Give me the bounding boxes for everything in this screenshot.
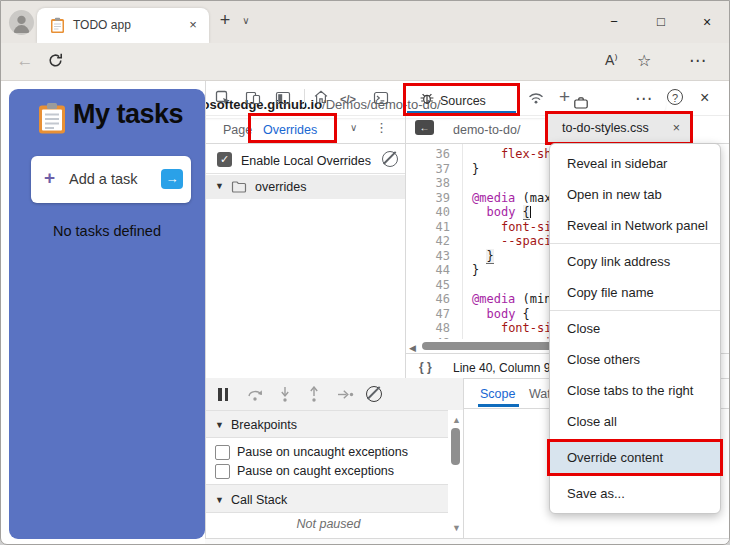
- read-aloud-icon[interactable]: A⁾: [605, 52, 618, 68]
- line-number[interactable]: 42: [406, 234, 463, 249]
- browser-toolbar: ← https://microsoftedge.github.io/Demos/…: [1, 43, 729, 81]
- person-icon: [9, 10, 34, 35]
- pause-uncaught-checkbox[interactable]: [215, 445, 230, 460]
- code-text: [463, 176, 472, 190]
- menu-item-close-all[interactable]: Close all: [550, 406, 720, 437]
- tree-expand-arrow-icon[interactable]: ▼: [215, 181, 224, 191]
- step-over-icon[interactable]: [247, 387, 264, 402]
- line-number[interactable]: 43: [406, 249, 463, 264]
- tab-close-button[interactable]: ×: [185, 17, 201, 32]
- add-task-button[interactable]: + Add a task →: [31, 156, 191, 203]
- devtools-close-button[interactable]: ×: [700, 89, 709, 107]
- menu-item-override-content[interactable]: Override content: [550, 442, 720, 473]
- call-stack-section-header[interactable]: ▼ Call Stack: [206, 484, 448, 513]
- step-icon[interactable]: [337, 389, 354, 400]
- nav-chevron-down-icon[interactable]: ∨: [350, 122, 357, 133]
- line-number[interactable]: 48: [406, 321, 463, 336]
- network-conditions-icon[interactable]: [528, 90, 544, 106]
- line-number[interactable]: 41: [406, 220, 463, 235]
- dock-panel-icon[interactable]: [275, 90, 291, 106]
- section-collapse-arrow-icon[interactable]: ▼: [215, 495, 224, 505]
- new-tab-button[interactable]: +: [215, 10, 235, 31]
- step-out-icon[interactable]: [308, 386, 320, 402]
- line-number[interactable]: 38: [406, 176, 463, 191]
- browser-window: TODO app × + ∨ − □ × ← https://microsoft…: [0, 0, 730, 545]
- vscroll-down-arrow-icon[interactable]: ▼: [452, 523, 461, 533]
- favorites-star-icon[interactable]: ☆: [637, 51, 651, 70]
- overrides-folder-row[interactable]: ▼ overrides: [206, 175, 405, 199]
- call-stack-label: Call Stack: [231, 493, 287, 507]
- console-panel-icon[interactable]: [373, 90, 389, 106]
- menu-item-copy-link-address[interactable]: Copy link address: [550, 246, 720, 277]
- tab-title: TODO app: [73, 18, 131, 32]
- more-tabs-button[interactable]: +: [559, 86, 570, 108]
- minimize-button[interactable]: −: [599, 11, 629, 33]
- clear-overrides-icon[interactable]: [382, 151, 398, 167]
- menu-item-close-tabs-to-the-right[interactable]: Close tabs to the right: [550, 375, 720, 406]
- line-number[interactable]: 39: [406, 191, 463, 206]
- tab-list-chevron-icon[interactable]: ∨: [239, 15, 253, 26]
- todo-favicon-icon: [50, 17, 65, 34]
- line-number[interactable]: 36: [406, 147, 463, 162]
- pause-script-icon[interactable]: [218, 387, 231, 405]
- hscroll-left-arrow-icon[interactable]: ◀: [409, 343, 416, 353]
- menu-item-close[interactable]: Close: [550, 313, 720, 344]
- back-button[interactable]: ←: [15, 51, 35, 71]
- section-collapse-arrow-icon[interactable]: ▼: [215, 420, 224, 430]
- submit-arrow-button[interactable]: →: [161, 169, 183, 189]
- pause-caught-label: Pause on caught exceptions: [237, 464, 394, 478]
- line-number[interactable]: 37: [406, 162, 463, 177]
- enable-overrides-label: Enable Local Overrides: [241, 154, 371, 168]
- todo-app-panel: My tasks + Add a task → No tasks defined: [9, 89, 205, 539]
- hide-navigator-icon[interactable]: ←: [415, 120, 434, 135]
- code-text: body {: [463, 307, 530, 321]
- menu-item-copy-file-name[interactable]: Copy file name: [550, 277, 720, 308]
- vscroll-up-arrow-icon[interactable]: ▲: [452, 415, 461, 425]
- menu-item-reveal-in-sidebar[interactable]: Reveal in sidebar: [550, 148, 720, 179]
- inspect-element-icon[interactable]: [215, 90, 231, 106]
- browser-essentials-icon[interactable]: [573, 95, 589, 111]
- window-close-button[interactable]: ×: [692, 11, 722, 33]
- step-into-icon[interactable]: [279, 386, 291, 402]
- line-number[interactable]: 45: [406, 278, 463, 293]
- settings-more-icon[interactable]: ⋯: [689, 50, 706, 71]
- profile-avatar[interactable]: [9, 10, 34, 35]
- plus-icon: +: [44, 167, 55, 189]
- text-caret: [530, 206, 532, 218]
- menu-item-open-in-new-tab[interactable]: Open in new tab: [550, 179, 720, 210]
- refresh-button[interactable]: [47, 52, 64, 69]
- pretty-print-braces-icon[interactable]: { }: [419, 360, 432, 374]
- enable-overrides-checkbox[interactable]: ✓: [217, 152, 232, 167]
- line-number[interactable]: 46: [406, 292, 463, 307]
- folder-icon: [231, 179, 247, 195]
- elements-panel-icon[interactable]: </>: [340, 93, 356, 105]
- devtools-more-options-icon[interactable]: ⋯: [635, 88, 652, 109]
- line-number[interactable]: 44: [406, 263, 463, 278]
- pause-uncaught-label: Pause on uncaught exceptions: [237, 445, 408, 459]
- device-emulation-icon[interactable]: [245, 90, 261, 106]
- deactivate-breakpoints-icon[interactable]: [366, 386, 382, 402]
- code-text: }: [463, 162, 479, 176]
- line-number[interactable]: 49: [406, 336, 463, 340]
- breakpoints-section-header[interactable]: ▼ Breakpoints: [206, 410, 448, 438]
- vertical-scrollbar[interactable]: [451, 428, 460, 465]
- tab-scope[interactable]: Scope: [480, 387, 515, 401]
- context-menu: Reveal in sidebarOpen in new tabReveal i…: [549, 143, 721, 514]
- line-number[interactable]: 47: [406, 307, 463, 322]
- highlight-box-sources: [403, 83, 520, 116]
- menu-item-reveal-in-network-panel[interactable]: Reveal in Network panel: [550, 210, 720, 241]
- code-text: }: [463, 249, 494, 263]
- add-task-label: Add a task: [69, 171, 138, 187]
- line-number[interactable]: 40: [406, 205, 463, 220]
- home-icon[interactable]: [313, 89, 329, 105]
- browser-tab[interactable]: TODO app ×: [37, 8, 209, 43]
- divider: [206, 173, 405, 174]
- maximize-button[interactable]: □: [646, 11, 676, 33]
- menu-item-close-others[interactable]: Close others: [550, 344, 720, 375]
- nav-overflow-menu-icon[interactable]: ⋮: [375, 120, 388, 135]
- pause-caught-checkbox[interactable]: [215, 464, 230, 479]
- code-text: body {: [463, 205, 531, 219]
- devtools-help-icon[interactable]: ?: [667, 89, 683, 105]
- menu-item-save-as[interactable]: Save as...: [550, 478, 720, 509]
- editor-tab-directory[interactable]: demo-to-do/: [453, 123, 520, 137]
